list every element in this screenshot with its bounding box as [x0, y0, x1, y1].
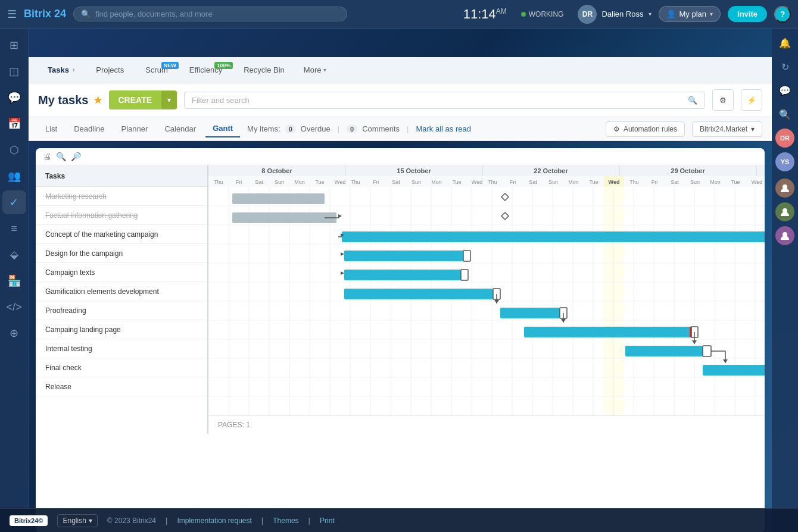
- create-dropdown-button[interactable]: ▾: [161, 91, 177, 109]
- gantt-bar-task-2[interactable]: [232, 212, 336, 223]
- sidebar-item-crm[interactable]: ⬡: [2, 138, 26, 162]
- print-link[interactable]: Print: [320, 517, 335, 525]
- tab-scrum[interactable]: Scrum NEW: [136, 61, 177, 79]
- svg-text:15 October: 15 October: [397, 167, 431, 174]
- gantt-milestone-task-1: [501, 193, 509, 201]
- right-sidebar: 🔔 ↻ 💬 🔍 DR YS: [772, 29, 798, 532]
- task-row[interactable]: Gamification elements development: [36, 282, 207, 301]
- svg-text:Fri: Fri: [652, 179, 658, 185]
- chat-icon[interactable]: 💬: [775, 81, 794, 100]
- svg-text:Mon: Mon: [294, 179, 305, 185]
- app-logo[interactable]: Bitrix 24: [24, 8, 66, 20]
- task-row[interactable]: Factual information gathering: [36, 206, 207, 225]
- svg-marker-87: [341, 271, 344, 275]
- help-button[interactable]: ?: [774, 6, 791, 23]
- implementation-request-link[interactable]: Implementation request: [177, 517, 251, 525]
- sidebar-item-market[interactable]: 🏪: [2, 269, 26, 293]
- market-button[interactable]: Bitrix24.Market ▾: [692, 121, 762, 137]
- gantt-bar-task-3[interactable]: [342, 231, 765, 242]
- view-tab-calendar[interactable]: Calendar: [157, 121, 203, 137]
- gantt-bar-task-9[interactable]: [625, 346, 703, 356]
- gantt-bar-task-1[interactable]: [232, 193, 325, 204]
- favorite-star-icon[interactable]: ★: [93, 95, 102, 106]
- view-tab-deadline[interactable]: Deadline: [67, 121, 111, 137]
- notification-icon[interactable]: 🔔: [775, 33, 794, 52]
- automation-rules-button[interactable]: ⚙ Automation rules: [606, 121, 685, 137]
- gantt-bar-task-5[interactable]: [344, 270, 461, 280]
- svg-text:Tue: Tue: [452, 179, 461, 185]
- separator-2: |: [407, 124, 409, 133]
- task-row[interactable]: Campaign texts: [36, 263, 207, 282]
- filter-search-input[interactable]: [192, 96, 683, 105]
- svg-marker-97: [692, 340, 697, 344]
- footer-copyright: © 2023 Bitrix24: [107, 517, 156, 525]
- tab-more[interactable]: More ▾: [297, 62, 334, 78]
- refresh-icon[interactable]: ↻: [775, 57, 794, 76]
- avatar-right-4[interactable]: [775, 202, 794, 221]
- gantt-bar-task-10[interactable]: [703, 365, 765, 375]
- task-row[interactable]: Campaing landing page: [36, 320, 207, 339]
- sidebar-item-more[interactable]: ⊕: [2, 321, 26, 345]
- user-name: Dalien Ross: [601, 10, 643, 18]
- task-row[interactable]: Final check: [36, 358, 207, 377]
- view-tab-list[interactable]: List: [38, 121, 64, 137]
- view-tab-gantt[interactable]: Gantt: [205, 120, 240, 137]
- gantt-milestone-task-2: [501, 212, 509, 220]
- avatar-right-5[interactable]: [775, 226, 794, 245]
- sidebar-item-sites[interactable]: </>: [2, 295, 26, 319]
- tab-projects[interactable]: Projects: [86, 61, 133, 79]
- global-search-bar[interactable]: 🔍: [73, 7, 347, 21]
- language-selector[interactable]: English ▾: [57, 514, 97, 527]
- gantt-bar-task-6[interactable]: [344, 289, 493, 299]
- tab-tasks[interactable]: Tasks ›: [38, 61, 84, 79]
- svg-text:Fri: Fri: [373, 179, 379, 185]
- gantt-bar-task-8[interactable]: [524, 327, 691, 337]
- view-tab-planner[interactable]: Planner: [114, 121, 155, 137]
- gantt-zoom-in-icon[interactable]: 🔍: [56, 152, 66, 161]
- avatar-right-3[interactable]: [775, 179, 794, 198]
- gantt-zoom-out-icon[interactable]: 🔎: [71, 152, 81, 161]
- sidebar-item-home[interactable]: ⊞: [2, 33, 26, 57]
- task-row[interactable]: Concept of the marketing campaign: [36, 225, 207, 244]
- svg-text:Sun: Sun: [412, 179, 421, 185]
- lightning-button[interactable]: ⚡: [741, 89, 762, 111]
- search-right-icon[interactable]: 🔍: [775, 105, 794, 124]
- create-button-group[interactable]: CREATE ▾: [109, 90, 177, 109]
- task-row[interactable]: Proofreading: [36, 301, 207, 320]
- view-tabs-bar: List Deadline Planner Calendar Gantt My …: [29, 117, 772, 141]
- invite-button[interactable]: Invite: [728, 6, 767, 22]
- svg-marker-85: [341, 252, 344, 256]
- filter-search-bar[interactable]: 🔍: [184, 92, 705, 109]
- task-row[interactable]: Marketing research: [36, 187, 207, 206]
- gantt-bar-task-4[interactable]: [344, 251, 463, 261]
- top-header: ☰ Bitrix 24 🔍 11:14AM WORKING DR Dalien …: [0, 0, 798, 29]
- gantt-print-icon[interactable]: 🖨: [43, 152, 51, 161]
- avatar-right-2[interactable]: YS: [775, 152, 794, 171]
- tab-recycle-bin[interactable]: Recycle Bin: [234, 61, 294, 79]
- sidebar-item-feed[interactable]: ◫: [2, 60, 26, 83]
- sidebar-item-drive[interactable]: ⬙: [2, 243, 26, 267]
- sidebar-item-contacts[interactable]: 👥: [2, 164, 26, 188]
- sidebar-item-tasks[interactable]: ✓: [2, 190, 26, 214]
- svg-text:Fri: Fri: [510, 179, 516, 185]
- task-row[interactable]: Internal testing: [36, 339, 207, 358]
- user-section[interactable]: DR Dalien Ross ▾: [578, 5, 651, 24]
- task-row[interactable]: Release: [36, 377, 207, 396]
- mark-all-read-button[interactable]: Mark all as read: [416, 124, 470, 133]
- tab-efficiency[interactable]: Efficiency 100%: [180, 61, 232, 79]
- sidebar-item-chat[interactable]: 💬: [2, 86, 26, 109]
- avatar-right-1[interactable]: DR: [775, 129, 794, 148]
- create-main-button[interactable]: CREATE: [109, 90, 162, 109]
- sidebar-item-calendar[interactable]: 📅: [2, 112, 26, 136]
- hamburger-icon[interactable]: ☰: [7, 8, 17, 21]
- settings-button[interactable]: ⚙: [712, 89, 734, 111]
- gantt-bar-task-7[interactable]: [500, 308, 560, 318]
- svg-text:Sun: Sun: [275, 179, 284, 185]
- my-plan-button[interactable]: 👤 My plan ▾: [659, 6, 721, 22]
- task-row[interactable]: Design for the campaign: [36, 244, 207, 263]
- themes-link[interactable]: Themes: [273, 517, 298, 525]
- sidebar-item-docs[interactable]: ≡: [2, 217, 26, 240]
- svg-text:Tue: Tue: [589, 179, 598, 185]
- footer-brand[interactable]: Bitrix24©: [10, 515, 48, 526]
- global-search-input[interactable]: [95, 10, 339, 18]
